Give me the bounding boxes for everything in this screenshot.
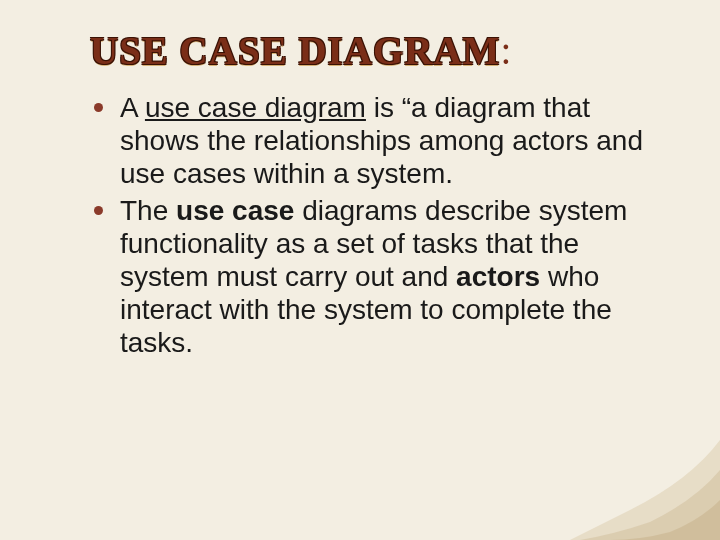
text: A	[120, 92, 145, 123]
list-item: A use case diagram is “a diagram that sh…	[120, 91, 660, 190]
list-item: The use case diagrams describe system fu…	[120, 194, 660, 359]
slide-title: use case diagram:	[90, 28, 660, 73]
slide: use case diagram: A use case diagram is …	[0, 0, 720, 540]
bold-term: use case	[176, 195, 294, 226]
corner-ornament-icon	[570, 430, 720, 540]
title-text: use case diagram	[90, 29, 500, 72]
underlined-term: use case diagram	[145, 92, 366, 123]
title-colon: :	[500, 29, 512, 72]
bold-term: actors	[456, 261, 540, 292]
bullet-list: A use case diagram is “a diagram that sh…	[90, 91, 660, 359]
text: The	[120, 195, 176, 226]
